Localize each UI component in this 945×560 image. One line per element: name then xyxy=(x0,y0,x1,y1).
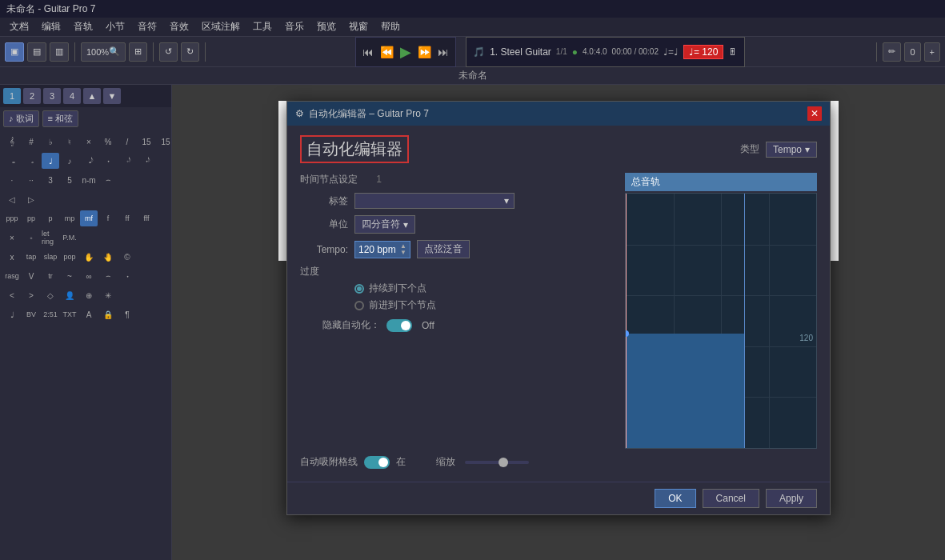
note-head-x[interactable]: × xyxy=(3,230,21,246)
hand-sym[interactable]: ✋ xyxy=(80,249,98,265)
sharp-sym[interactable]: # xyxy=(22,134,40,150)
dot2-sym[interactable]: ·· xyxy=(22,172,40,188)
pm[interactable]: P.M. xyxy=(61,230,78,246)
type-select[interactable]: Tempo ▾ xyxy=(766,142,817,158)
menu-annotation[interactable]: 区域注解 xyxy=(195,18,246,35)
tab-2[interactable]: 2 xyxy=(23,88,41,104)
ppp-dyn[interactable]: ppp xyxy=(3,210,21,226)
undo-btn[interactable]: ↺ xyxy=(159,42,178,62)
menu-preview[interactable]: 预览 xyxy=(310,18,342,35)
menu-doc[interactable]: 文档 xyxy=(3,18,35,35)
redo-btn[interactable]: ↻ xyxy=(181,42,199,62)
person-sym[interactable]: 👤 xyxy=(61,287,78,303)
asterisk-sym[interactable]: ✳ xyxy=(99,287,117,303)
num-sym[interactable]: 15 xyxy=(138,134,155,150)
f-dyn[interactable]: f xyxy=(99,210,117,226)
skip-end-btn[interactable]: ⏭ xyxy=(438,46,449,58)
tab-1[interactable]: 1 xyxy=(3,88,21,104)
hand2-sym[interactable]: 🤚 xyxy=(99,249,117,265)
pizz-btn[interactable]: 点弦泛音 xyxy=(417,240,470,258)
extra-sym[interactable]: 𝆺 xyxy=(118,268,136,284)
grid-btn[interactable]: ⊞ xyxy=(129,42,147,62)
circle-sym[interactable]: © xyxy=(118,249,136,265)
radio-advance[interactable] xyxy=(354,301,364,310)
ok-button[interactable]: OK xyxy=(655,489,695,508)
tempo-input-field[interactable]: 120 bpm ▲ ▼ xyxy=(354,241,410,258)
chords-btn[interactable]: ≡ 和弦 xyxy=(42,110,78,127)
view-btn-2[interactable]: ▤ xyxy=(27,42,46,62)
a-sym[interactable]: A xyxy=(80,306,98,322)
menu-measure[interactable]: 小节 xyxy=(99,18,131,35)
menu-note[interactable]: 音符 xyxy=(131,18,163,35)
time-sig-sym[interactable]: % xyxy=(99,134,117,150)
v-sym[interactable]: V xyxy=(22,268,40,284)
diamond-sym[interactable]: ◇ xyxy=(42,287,59,303)
tempo-down-arrow[interactable]: ▼ xyxy=(400,250,406,256)
radio-sustain[interactable] xyxy=(354,284,364,294)
pp-dyn[interactable]: pp xyxy=(22,210,40,226)
tie-sym[interactable]: ⌢ xyxy=(99,172,117,188)
plus-circle[interactable]: ⊕ xyxy=(80,287,98,303)
para-sym[interactable]: ¶ xyxy=(118,306,136,322)
ff-dyn[interactable]: ff xyxy=(118,210,136,226)
quintuplet-sym[interactable]: 5 xyxy=(61,172,78,188)
lock-sym[interactable]: 🔒 xyxy=(99,306,117,322)
note-bv[interactable]: ♩ xyxy=(3,306,21,322)
next-btn[interactable]: ⏩ xyxy=(418,46,431,58)
menu-window[interactable]: 视窗 xyxy=(342,18,374,35)
dot-sym[interactable]: · xyxy=(3,172,21,188)
bow-sym[interactable]: ⌢ xyxy=(99,268,117,284)
prev-btn[interactable]: ⏪ xyxy=(380,46,394,58)
x-note[interactable]: x xyxy=(3,249,21,265)
whole-note[interactable]: 𝅝 xyxy=(3,153,21,169)
apply-button[interactable]: Apply xyxy=(766,489,817,508)
tab-3[interactable]: 3 xyxy=(43,88,61,104)
let-ring[interactable]: let ring xyxy=(42,230,59,246)
32nd-note[interactable]: 𝆺 xyxy=(99,153,117,169)
menu-track[interactable]: 音轨 xyxy=(67,18,99,35)
menu-effect[interactable]: 音效 xyxy=(163,18,195,35)
triplet-sym[interactable]: 3 xyxy=(42,172,59,188)
skip-start-btn[interactable]: ⏮ xyxy=(362,46,374,58)
edit-tool-btn[interactable]: ✏ xyxy=(883,42,901,62)
pop-sym[interactable]: pop xyxy=(61,249,78,265)
view-btn-3[interactable]: ▥ xyxy=(50,42,69,62)
slap-sym[interactable]: slap xyxy=(42,249,59,265)
sextuplet-sym[interactable]: n-m xyxy=(80,172,98,188)
menu-tools[interactable]: 工具 xyxy=(246,18,278,35)
mp-dyn[interactable]: mp xyxy=(61,210,78,226)
metronome-btn[interactable]: 🎚 xyxy=(728,46,738,58)
treble-clef[interactable]: 𝄞 xyxy=(3,134,21,150)
unit-select[interactable]: 四分音符 ▾ xyxy=(354,215,415,234)
view-btn-1[interactable]: ▣ xyxy=(5,42,24,62)
hidden-toggle[interactable] xyxy=(386,319,412,332)
zoom-slider[interactable] xyxy=(465,461,529,464)
play-btn[interactable]: ▶ xyxy=(400,43,411,61)
inf-sym[interactable]: ∞ xyxy=(80,268,98,284)
64th-note[interactable]: 𝆹𝅥𝅮 xyxy=(118,153,136,169)
eighth-note[interactable]: ♪ xyxy=(61,153,78,169)
gt-sym[interactable]: > xyxy=(22,287,40,303)
mf-dyn[interactable]: mf xyxy=(80,210,98,226)
tr-sym[interactable]: tr xyxy=(42,268,59,284)
tab-4[interactable]: 4 xyxy=(63,88,81,104)
menu-help[interactable]: 帮助 xyxy=(374,18,406,35)
cancel-button[interactable]: Cancel xyxy=(703,489,759,508)
wave-sym[interactable]: ~ xyxy=(61,268,78,284)
time-num[interactable]: 2:51 xyxy=(42,306,59,322)
128th-note[interactable]: 𝆺𝅥𝅮 xyxy=(138,153,155,169)
fff-dyn[interactable]: fff xyxy=(138,210,155,226)
tag-input[interactable]: ▾ xyxy=(354,193,515,209)
lyrics-btn[interactable]: ♪ 歌词 xyxy=(3,110,39,127)
dbl-sharp[interactable]: × xyxy=(80,134,98,150)
slash-sym[interactable]: / xyxy=(118,134,136,150)
lt-sym[interactable]: < xyxy=(3,287,21,303)
tempo-box[interactable]: ♩= 120 xyxy=(683,45,723,59)
txt-sym[interactable]: TXT xyxy=(61,306,78,322)
tap-sym[interactable]: tap xyxy=(22,249,40,265)
tempo-arrows[interactable]: ▲ ▼ xyxy=(400,243,406,256)
plus-btn[interactable]: + xyxy=(924,42,940,62)
16th-note[interactable]: 𝅘𝅥𝅮 xyxy=(80,153,98,169)
automation-canvas[interactable]: 120 xyxy=(625,193,817,449)
half-note[interactable]: 𝅗 xyxy=(22,153,40,169)
